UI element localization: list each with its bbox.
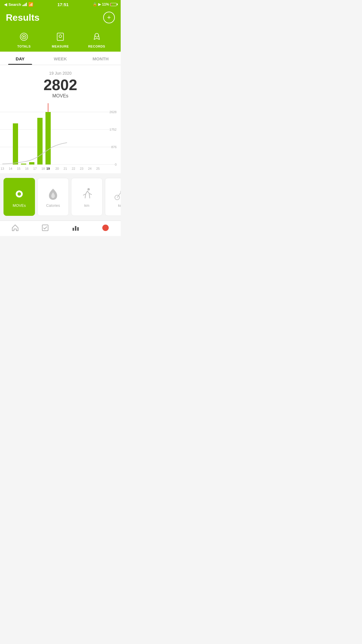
wifi-icon: 📶	[28, 2, 33, 7]
measure-icon	[54, 30, 67, 43]
bar-18	[37, 118, 43, 164]
svg-text:20: 20	[55, 167, 59, 170]
carrier-label: Search	[8, 2, 21, 7]
metric-card-calories[interactable]: Calories	[37, 178, 69, 216]
svg-text:15: 15	[17, 167, 20, 170]
records-icon	[90, 30, 103, 43]
bar-16	[21, 164, 26, 164]
totals-icon	[17, 30, 30, 43]
nav-icons: TOTALS MEASURE RECORDS	[6, 27, 115, 52]
svg-point-1	[22, 35, 26, 39]
metric-card-moves[interactable]: MOVEs	[3, 178, 35, 216]
chart-value: 2802	[0, 77, 121, 93]
running-icon	[80, 188, 93, 200]
svg-text:16: 16	[25, 167, 29, 170]
status-bar: ◀ Search 📶 17:51 🔒 ▶ 11%	[0, 0, 121, 9]
bottom-nav-record[interactable]	[91, 224, 121, 232]
nav-measure[interactable]: MEASURE	[42, 30, 79, 48]
svg-text:2628: 2628	[110, 110, 117, 114]
bar-19	[45, 112, 51, 164]
svg-text:0: 0	[115, 163, 117, 166]
svg-point-30	[87, 188, 90, 190]
svg-text:876: 876	[111, 145, 117, 149]
header-top: Results +	[6, 12, 115, 27]
bottom-nav-home[interactable]	[0, 224, 30, 232]
status-left: ◀ Search 📶	[4, 2, 33, 7]
svg-point-4	[59, 35, 62, 38]
svg-text:13: 13	[1, 167, 4, 170]
add-button[interactable]: +	[103, 12, 115, 23]
svg-text:22: 22	[72, 167, 75, 170]
svg-text:18: 18	[41, 167, 45, 170]
svg-rect-35	[73, 228, 74, 231]
bar-15	[13, 123, 18, 164]
header: Results + TOTALS ME	[0, 9, 121, 52]
svg-text:1752: 1752	[110, 128, 117, 131]
chart-date: 19 Jun 2020	[0, 71, 121, 76]
svg-text:25: 25	[96, 167, 100, 170]
moves-label: MOVEs	[13, 203, 26, 208]
svg-text:23: 23	[80, 167, 83, 170]
chart-section: 19 Jun 2020 2802 MOVEs 2628 1752 876 0	[0, 65, 121, 173]
calories-label: Calories	[46, 203, 60, 208]
chart-svg: 2628 1752 876 0	[0, 103, 121, 173]
chart-unit: MOVEs	[0, 93, 121, 99]
tabs: DAY WEEK MONTH	[0, 52, 121, 65]
battery-icon	[110, 3, 117, 6]
records-label: RECORDS	[88, 45, 105, 48]
totals-label: TOTALS	[17, 45, 31, 48]
svg-text:21: 21	[64, 167, 67, 170]
lock-icon: 🔒	[93, 2, 97, 6]
svg-text:19: 19	[46, 167, 50, 170]
nav-records[interactable]: RECORDS	[78, 30, 115, 48]
svg-point-0	[20, 33, 28, 40]
bottom-nav-results[interactable]	[60, 224, 91, 232]
chart-container: 2628 1752 876 0	[0, 103, 121, 173]
battery-pct: 11%	[102, 2, 109, 6]
bar-17	[29, 162, 34, 164]
svg-point-29	[17, 192, 21, 196]
location-icon: ▶	[98, 2, 101, 6]
svg-text:17: 17	[33, 167, 37, 170]
bottom-nav-activity[interactable]	[30, 224, 61, 232]
km-bike-label: km	[118, 203, 121, 208]
chart-area: 2628 1752 876 0	[0, 103, 121, 173]
metric-card-km-run[interactable]: km	[71, 178, 103, 216]
km-run-label: km	[84, 203, 89, 208]
metric-card-km-bike[interactable]: km	[105, 178, 121, 216]
svg-point-6	[95, 33, 99, 37]
svg-rect-36	[75, 226, 76, 231]
nav-totals[interactable]: TOTALS	[6, 30, 42, 48]
back-arrow: ◀	[4, 2, 7, 7]
tab-day[interactable]: DAY	[0, 52, 40, 65]
trend-line	[2, 143, 67, 164]
tab-week[interactable]: WEEK	[40, 52, 80, 65]
svg-point-2	[24, 36, 25, 37]
svg-rect-37	[77, 227, 79, 231]
signal-icon	[22, 3, 27, 6]
moves-icon	[13, 188, 26, 200]
cycling-icon	[114, 188, 121, 200]
svg-text:14: 14	[9, 167, 12, 170]
measure-label: MEASURE	[52, 45, 69, 48]
page-title: Results	[6, 12, 40, 23]
time-display: 17:51	[57, 2, 68, 7]
tab-month[interactable]: MONTH	[80, 52, 121, 65]
svg-rect-34	[42, 225, 48, 231]
svg-rect-3	[57, 33, 64, 40]
metric-cards: MOVEs Calories km	[0, 173, 121, 220]
calories-icon	[47, 188, 59, 200]
svg-text:24: 24	[88, 167, 92, 170]
status-right: 🔒 ▶ 11%	[93, 2, 117, 6]
bottom-nav	[0, 220, 121, 236]
svg-point-38	[102, 225, 109, 231]
